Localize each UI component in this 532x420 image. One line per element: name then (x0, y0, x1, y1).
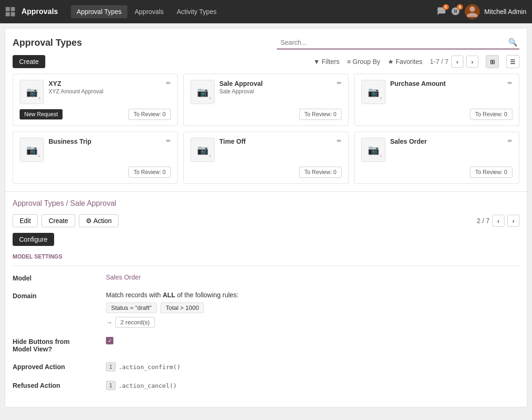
card-sale-subtitle: Sale Approval (219, 88, 332, 95)
card-sale-title: Sale Approval (219, 80, 332, 87)
card-sale-edit-icon[interactable]: ✏ (337, 80, 342, 86)
detail-pagination-text: 2 / 7 (477, 217, 490, 224)
approved-action-code: .action_confirm() (119, 364, 181, 371)
pagination: 1-7 / 7 ‹ › (430, 56, 478, 68)
avatar[interactable] (465, 4, 480, 19)
messages-badge: 5 (443, 4, 449, 10)
card-xyz-image: 📷+ (20, 80, 44, 104)
sales-review-button[interactable]: To Review: 0 (470, 167, 512, 178)
next-page-button[interactable]: › (466, 56, 478, 68)
form-row-approved-action: Approved Action 1 .action_confirm() (13, 362, 519, 371)
section-divider (13, 266, 519, 266)
refused-action-label: Refused Action (13, 381, 106, 390)
activity-icon[interactable]: 5 (451, 7, 460, 17)
xyz-new-request-button[interactable]: New Request (20, 109, 63, 119)
card-sale-image: 📷+ (190, 80, 215, 104)
action-button[interactable]: ⚙ Action (79, 214, 119, 227)
app-title: Approvals (21, 7, 58, 16)
domain-tag-1[interactable]: Total > 1000 (161, 302, 204, 313)
card-business-trip[interactable]: 📷+ Business Trip ✏ To Review: 0 (13, 132, 178, 184)
filter-icon: ▼ (313, 58, 320, 65)
card-sale-approval[interactable]: 📷+ Sale Approval Sale Approval ✏ To Revi… (183, 74, 349, 126)
group-by-button[interactable]: ≡ Group By (347, 58, 380, 65)
breadcrumb: Approval Types / Sale Approval (13, 199, 519, 208)
card-xyz[interactable]: 📷+ XYZ XYZ Amount Approval ✏ New Request… (13, 74, 178, 126)
toolbar-right: ▼ Filters ≡ Group By ★ Favorites 1-7 / 7… (313, 55, 519, 68)
search-icon[interactable]: 🔍 (506, 36, 519, 49)
activity-badge: 5 (457, 4, 463, 10)
card-purchase-edit-icon[interactable]: ✏ (508, 80, 512, 86)
breadcrumb-separator: / (66, 199, 70, 207)
model-settings-label: Model Settings (13, 253, 519, 260)
domain-tag-0[interactable]: Status = "draft" (106, 302, 157, 313)
approved-action-field: 1 .action_confirm() (106, 362, 519, 371)
xyz-review-button[interactable]: To Review: 0 (128, 109, 171, 120)
form-row-hide-buttons: Hide Buttons from Model View? ✓ (13, 337, 519, 353)
detail-next-button[interactable]: › (507, 215, 519, 227)
filters-button[interactable]: ▼ Filters (313, 58, 339, 65)
refused-action-code: .action_cancel() (119, 382, 177, 389)
form-row-refused-action: Refused Action 1 .action_cancel() (13, 381, 519, 390)
sale-review-button[interactable]: To Review: 0 (299, 109, 342, 120)
favorites-button[interactable]: ★ Favorites (388, 58, 423, 65)
nav-activity-types[interactable]: Activity Types (171, 5, 222, 18)
records-button[interactable]: 2 record(s) (115, 317, 155, 328)
card-business-edit-icon[interactable]: ✏ (166, 138, 171, 144)
refused-action-field: 1 .action_cancel() (106, 381, 519, 390)
prev-page-button[interactable]: ‹ (451, 56, 463, 68)
approval-types-section: Approval Types 🔍 Create ▼ Filters ≡ Grou… (5, 28, 527, 192)
card-time-edit-icon[interactable]: ✏ (337, 138, 342, 144)
card-purchase-title: Purchase Amount (390, 80, 503, 87)
nav-approval-types[interactable]: Approval Types (71, 5, 127, 18)
cards-grid: 📷+ XYZ XYZ Amount Approval ✏ New Request… (13, 74, 519, 184)
card-sales-order[interactable]: 📷+ Sales Order ✏ To Review: 0 (354, 132, 519, 184)
main-container: Approval Types 🔍 Create ▼ Filters ≡ Grou… (5, 28, 527, 407)
card-time-off[interactable]: 📷+ Time Off ✏ To Review: 0 (183, 132, 349, 184)
approved-action-id: 1 (106, 362, 116, 371)
topnav: Approvals Approval Types Approvals Activ… (0, 0, 532, 23)
toolbar: Create ▼ Filters ≡ Group By ★ Favorites … (13, 55, 519, 68)
topnav-right: 5 5 Mitchell Admin (437, 4, 526, 19)
card-purchase-amount[interactable]: 📷+ Purchase Amount ✏ To Review: 0 (354, 74, 519, 126)
purchase-review-button[interactable]: To Review: 0 (470, 109, 512, 120)
breadcrumb-parent[interactable]: Approval Types (13, 199, 64, 207)
list-view-button[interactable]: ☰ (506, 55, 519, 68)
card-sales-title: Sales Order (390, 138, 503, 145)
domain-label: Domain (13, 291, 106, 328)
card-xyz-edit-icon[interactable]: ✏ (166, 80, 171, 86)
form-row-domain: Domain Match records with ALL of the fol… (13, 291, 519, 328)
business-review-button[interactable]: To Review: 0 (128, 167, 171, 178)
refused-action-id: 1 (106, 381, 116, 390)
card-sales-edit-icon[interactable]: ✏ (508, 138, 512, 144)
section-title: Approval Types (13, 37, 82, 48)
messages-icon[interactable]: 5 (437, 7, 446, 17)
detail-create-button[interactable]: Create (42, 214, 75, 227)
detail-prev-button[interactable]: ‹ (492, 215, 504, 227)
user-name[interactable]: Mitchell Admin (484, 8, 526, 15)
nav-links: Approval Types Approvals Activity Types (71, 5, 433, 18)
edit-button[interactable]: Edit (13, 214, 38, 227)
detail-section: Approval Types / Sale Approval Edit Crea… (5, 192, 527, 407)
card-business-image: 📷+ (20, 138, 44, 162)
apps-menu-button[interactable] (6, 7, 15, 16)
groupby-icon: ≡ (347, 58, 350, 65)
card-business-title: Business Trip (49, 138, 161, 145)
section-header: Approval Types 🔍 (13, 36, 519, 49)
hide-buttons-checkbox[interactable]: ✓ (106, 337, 113, 344)
create-button[interactable]: Create (13, 55, 45, 68)
time-review-button[interactable]: To Review: 0 (299, 167, 342, 178)
hide-buttons-label: Hide Buttons from Model View? (13, 337, 106, 353)
model-value-link[interactable]: Sales Order (106, 273, 141, 281)
configure-button[interactable]: Configure (13, 233, 54, 246)
model-label: Model (13, 273, 106, 282)
card-sales-image: 📷+ (361, 138, 385, 162)
approved-action-label: Approved Action (13, 362, 106, 371)
grid-view-button[interactable]: ⊞ (486, 55, 499, 68)
detail-toolbar: Edit Create ⚙ Action 2 / 7 ‹ › (13, 214, 519, 227)
card-xyz-title: XYZ (49, 80, 161, 87)
nav-approvals[interactable]: Approvals (129, 5, 169, 18)
form-row-model: Model Sales Order (13, 273, 519, 282)
domain-tags: Status = "draft" Total > 1000 (106, 302, 519, 313)
search-input[interactable] (277, 37, 506, 48)
card-time-image: 📷+ (190, 138, 215, 162)
